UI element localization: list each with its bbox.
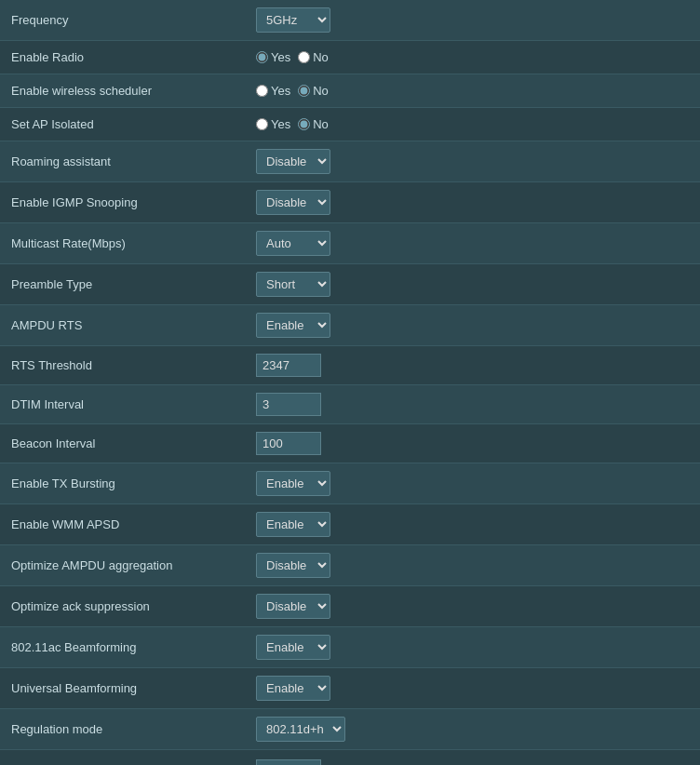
control-enable-igmp-snooping: DisableEnable — [247, 182, 700, 223]
radio-enable-wireless-scheduler-yes[interactable] — [256, 85, 268, 97]
input-rts-threshold[interactable] — [256, 354, 321, 377]
label-enable-igmp-snooping: Enable IGMP Snooping — [0, 182, 247, 223]
label-enable-wmm-apsd: Enable WMM APSD — [0, 504, 247, 545]
radio-enable-radio-yes[interactable] — [256, 51, 268, 63]
label-enable-tx-bursting: Enable TX Bursting — [0, 463, 247, 504]
label-ampdu-rts: AMPDU RTS — [0, 305, 247, 346]
radio-set-ap-isolated-no[interactable] — [298, 118, 310, 130]
control-dtim-interval — [247, 385, 700, 424]
radio-label-set-ap-isolated-yes[interactable]: Yes — [256, 117, 290, 131]
select-enable-igmp-snooping[interactable]: DisableEnable — [256, 190, 330, 215]
control-preamble-type: ShortLong — [247, 264, 700, 305]
select-universal-beamforming[interactable]: EnableDisable — [256, 676, 330, 701]
radio-set-ap-isolated-yes[interactable] — [256, 118, 268, 130]
label-enable-wireless-scheduler: Enable wireless scheduler — [0, 74, 247, 108]
label-enable-radio: Enable Radio — [0, 41, 247, 74]
label-universal-beamforming: Universal Beamforming — [0, 668, 247, 709]
control-enable-tx-bursting: EnableDisable — [247, 463, 700, 504]
label-beamforming-80211ac: 802.11ac Beamforming — [0, 627, 247, 668]
label-beacon-interval: Beacon Interval — [0, 424, 247, 463]
label-dtim-interval: DTIM Interval — [0, 385, 247, 424]
radio-enable-wireless-scheduler-no[interactable] — [298, 85, 310, 97]
label-rts-threshold: RTS Threshold — [0, 346, 247, 385]
label-optimize-ack-suppression: Optimize ack suppression — [0, 586, 247, 627]
select-enable-wmm-apsd[interactable]: EnableDisable — [256, 512, 330, 537]
control-frequency: 2.4GHz5GHz — [247, 0, 700, 41]
label-regulation-mode: Regulation mode — [0, 709, 247, 750]
select-enable-tx-bursting[interactable]: EnableDisable — [256, 471, 330, 496]
input-beacon-interval[interactable] — [256, 432, 321, 455]
radio-label-set-ap-isolated-no[interactable]: No — [298, 117, 329, 131]
radio-group-set-ap-isolated: YesNo — [256, 117, 691, 131]
control-beacon-interval — [247, 424, 700, 463]
control-enable-wmm-apsd: EnableDisable — [247, 504, 700, 545]
tx-power-value-row: mW — [256, 759, 691, 765]
radio-enable-radio-no[interactable] — [298, 51, 310, 63]
select-optimize-ampdu-aggregation[interactable]: DisableEnable — [256, 553, 330, 578]
control-beamforming-80211ac: EnableDisable — [247, 627, 700, 668]
control-set-ap-isolated: YesNo — [247, 108, 700, 141]
select-beamforming-80211ac[interactable]: EnableDisable — [256, 635, 330, 660]
control-regulation-mode: 802.11d+h802.11d802.11hOff — [247, 709, 700, 750]
control-universal-beamforming: EnableDisable — [247, 668, 700, 709]
control-roaming-assistant: DisableEnable — [247, 141, 700, 182]
control-optimize-ack-suppression: DisableEnable — [247, 586, 700, 627]
label-preamble-type: Preamble Type — [0, 264, 247, 305]
radio-group-enable-wireless-scheduler: YesNo — [256, 84, 691, 98]
control-rts-threshold — [247, 346, 700, 385]
label-optimize-ampdu-aggregation: Optimize AMPDU aggregation — [0, 545, 247, 586]
control-tx-power-adjustment: mWSet the capability for transmission po… — [247, 750, 700, 766]
select-frequency[interactable]: 2.4GHz5GHz — [256, 7, 330, 33]
control-optimize-ampdu-aggregation: DisableEnable — [247, 545, 700, 586]
label-multicast-rate: Multicast Rate(Mbps) — [0, 223, 247, 264]
select-regulation-mode[interactable]: 802.11d+h802.11d802.11hOff — [256, 717, 345, 742]
label-frequency: Frequency — [0, 0, 247, 41]
settings-table: Frequency2.4GHz5GHzEnable RadioYesNoEnab… — [0, 0, 700, 765]
tx-power-input[interactable] — [256, 759, 321, 765]
label-set-ap-isolated: Set AP Isolated — [0, 108, 247, 141]
select-ampdu-rts[interactable]: EnableDisable — [256, 313, 330, 338]
radio-group-enable-radio: YesNo — [256, 50, 691, 64]
select-optimize-ack-suppression[interactable]: DisableEnable — [256, 594, 330, 619]
control-multicast-rate: Auto125.511 — [247, 223, 700, 264]
control-enable-wireless-scheduler: YesNo — [247, 74, 700, 108]
radio-label-enable-wireless-scheduler-no[interactable]: No — [298, 84, 329, 98]
label-tx-power-adjustment: Tx power adjustment — [0, 750, 247, 766]
select-preamble-type[interactable]: ShortLong — [256, 272, 330, 297]
control-ampdu-rts: EnableDisable — [247, 305, 700, 346]
label-roaming-assistant: Roaming assistant — [0, 141, 247, 182]
radio-label-enable-radio-no[interactable]: No — [298, 50, 329, 64]
input-dtim-interval[interactable] — [256, 393, 321, 416]
select-multicast-rate[interactable]: Auto125.511 — [256, 231, 330, 256]
select-roaming-assistant[interactable]: DisableEnable — [256, 149, 330, 174]
control-enable-radio: YesNo — [247, 41, 700, 74]
radio-label-enable-wireless-scheduler-yes[interactable]: Yes — [256, 84, 290, 98]
radio-label-enable-radio-yes[interactable]: Yes — [256, 50, 290, 64]
